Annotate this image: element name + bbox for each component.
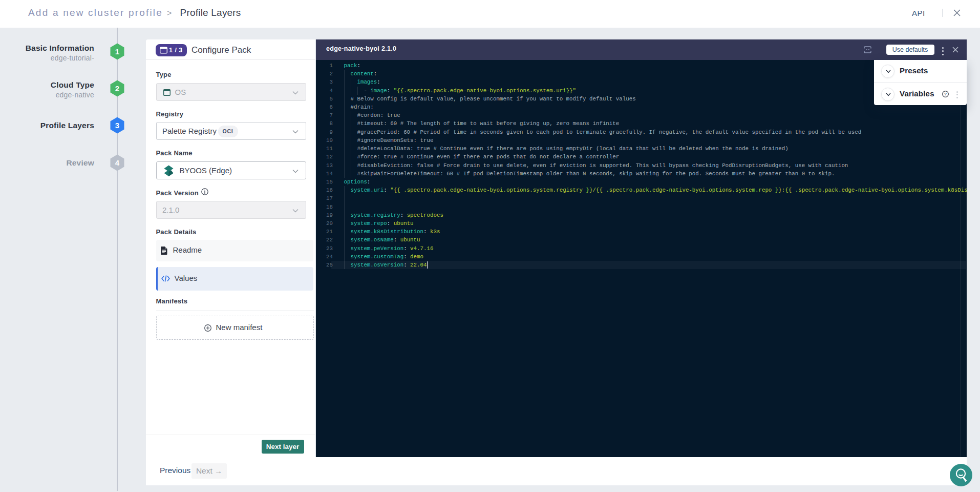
svg-text:1: 1 bbox=[115, 47, 119, 56]
svg-text:4: 4 bbox=[115, 158, 120, 167]
svg-text:?: ? bbox=[944, 92, 947, 96]
svg-text:2: 2 bbox=[115, 84, 119, 93]
svg-text:3: 3 bbox=[115, 121, 119, 130]
